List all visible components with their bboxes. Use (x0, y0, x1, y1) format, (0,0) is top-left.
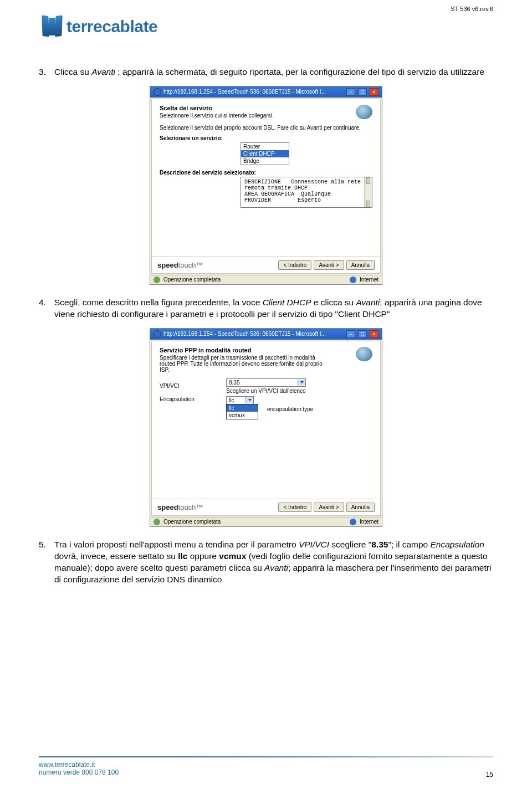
option-llc[interactable]: llc (227, 404, 258, 412)
step-text: Tra i valori proposti nell'apposti menu … (54, 539, 493, 586)
internet-icon (350, 276, 356, 283)
option-client-dhcp[interactable]: Client DHCP (241, 150, 289, 157)
wizard-footer: speedtouch™ < Indietro Avanti > Annulla (152, 499, 380, 515)
internet-icon (350, 519, 356, 525)
page-subtitle: Selezionare il servizio cui si intende c… (160, 112, 274, 119)
encapsulation-dropdown[interactable]: llc vcmux (226, 404, 258, 419)
step-number: 4. (39, 297, 49, 320)
step-number: 5. (39, 539, 49, 586)
page-number: 15 (486, 771, 493, 778)
close-button[interactable]: × (370, 330, 378, 338)
description-label: Descrizione del servizio selezionato: (160, 170, 372, 176)
logo-text: terrecablate (66, 17, 157, 36)
page-title: Servizio PPP in modalità routed (160, 347, 326, 354)
encapsulation-hint: encapsulation type (267, 406, 313, 412)
instruction-text: Selezionare il servizio del proprio acco… (160, 125, 372, 131)
encapsulation-row: Encapsulation llc llc vcmux encapsulatio… (160, 396, 372, 404)
cancel-button[interactable]: Annulla (346, 503, 375, 512)
screenshot-1: http://192.168.1.254 - SpeedTouch 536: 0… (150, 86, 382, 285)
description-textbox: DESCRIZIONE Connessione alla rete remota… (241, 177, 372, 208)
back-button[interactable]: < Indietro (278, 503, 311, 512)
vpi-vci-hint: Scegliere un VPI/VCI dall'elenco (226, 388, 306, 394)
window-title: http://192.168.1.254 - SpeedTouch 536: 0… (163, 89, 326, 95)
globe-icon (356, 105, 372, 119)
footer-rule (39, 756, 493, 757)
select-service-label: Selezionare un servizio: (160, 135, 372, 141)
encapsulation-label: Encapsulation (160, 396, 221, 402)
back-button[interactable]: < Indietro (278, 260, 311, 270)
vpi-vci-row: VPI/VCI 8.35 Scegliere un VPI/VCI dall'e… (160, 378, 372, 394)
footer-url: www.terrecablate.it (39, 761, 493, 769)
window-body: Servizio PPP in modalità routed Specific… (151, 341, 381, 516)
done-icon (154, 519, 160, 525)
option-router[interactable]: Router (241, 143, 289, 150)
speedtouch-brand: speedtouch™ (157, 503, 203, 511)
page-subtitle: Specificare i dettagli per la trasmissio… (160, 355, 326, 373)
done-icon (154, 276, 160, 283)
speedtouch-brand: speedtouch™ (157, 261, 203, 269)
window-body: Scelta del servizio Selezionare il servi… (151, 99, 381, 274)
step-text: Clicca su Avanti ; apparirà la schermata… (54, 66, 484, 78)
scrollbar[interactable] (364, 177, 372, 207)
status-bar: Operazione completata Internet (150, 517, 382, 526)
maximize-button[interactable]: □ (358, 88, 367, 96)
status-text: Operazione completata (163, 276, 221, 283)
zone-text: Internet (360, 276, 378, 283)
vpi-vci-combo[interactable]: 8.35 (226, 378, 306, 387)
option-vcmux[interactable]: vcmux (227, 412, 258, 419)
logo-icon (39, 14, 63, 39)
status-bar: Operazione completata Internet (150, 275, 382, 284)
zone-text: Internet (360, 519, 378, 525)
ie-icon (154, 88, 161, 96)
encapsulation-combo[interactable]: llc llc vcmux (226, 396, 254, 404)
status-text: Operazione completata (163, 519, 221, 525)
wizard-footer: speedtouch™ < Indietro Avanti > Annulla (152, 257, 380, 273)
screenshot-2: http://192.168.1.254 - SpeedTouch 536: 0… (150, 328, 382, 527)
window-title: http://192.168.1.254 - SpeedTouch 536: 0… (163, 331, 326, 337)
globe-icon (356, 347, 372, 361)
close-button[interactable]: × (370, 88, 378, 96)
page-title: Scelta del servizio (160, 105, 274, 111)
vpi-vci-label: VPI/VCI (160, 383, 221, 389)
ie-icon (154, 330, 161, 338)
doc-header: ST 536 v6 rev.6 (451, 6, 493, 12)
maximize-button[interactable]: □ (358, 330, 367, 338)
logo: terrecablate (39, 14, 493, 39)
next-button[interactable]: Avanti > (314, 260, 344, 270)
footer-phone: numero verde 800 078 100 (39, 769, 493, 776)
minimize-button[interactable]: − (346, 330, 355, 338)
step-5: 5. Tra i valori proposti nell'apposti me… (39, 539, 493, 586)
cancel-button[interactable]: Annulla (346, 260, 375, 270)
option-bridge[interactable]: Bridge (241, 157, 289, 165)
minimize-button[interactable]: − (346, 88, 355, 96)
step-number: 3. (39, 66, 49, 78)
window-titlebar: http://192.168.1.254 - SpeedTouch 536: 0… (150, 329, 382, 340)
step-4: 4. Scegli, come descritto nella figura p… (39, 297, 493, 320)
next-button[interactable]: Avanti > (314, 503, 344, 512)
page-footer: www.terrecablate.it numero verde 800 078… (39, 756, 493, 776)
service-select[interactable]: Router Client DHCP Bridge (241, 142, 289, 165)
step-text: Scegli, come descritto nella figura prec… (54, 297, 493, 320)
window-titlebar: http://192.168.1.254 - SpeedTouch 536: 0… (150, 86, 382, 98)
step-3: 3. Clicca su Avanti ; apparirà la scherm… (39, 66, 493, 78)
